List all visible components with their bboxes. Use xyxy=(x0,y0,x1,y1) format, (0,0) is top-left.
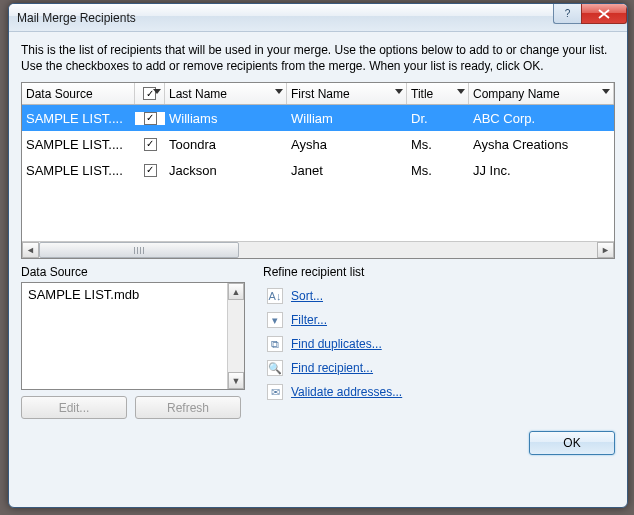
column-label: Last Name xyxy=(169,87,227,101)
filter-link-row: ▾ Filter... xyxy=(267,308,615,332)
cell-company: ABC Corp. xyxy=(469,111,614,126)
vertical-scrollbar[interactable]: ▲ ▼ xyxy=(227,283,244,389)
cell-checkbox: ✓ xyxy=(135,164,165,177)
refine-label: Refine recipient list xyxy=(263,265,615,279)
column-header-title[interactable]: Title xyxy=(407,83,469,104)
duplicates-icon: ⧉ xyxy=(267,336,283,352)
data-source-buttons: Edit... Refresh xyxy=(21,396,245,419)
column-header-company[interactable]: Company Name xyxy=(469,83,614,104)
row-checkbox[interactable]: ✓ xyxy=(144,112,157,125)
cell-first-name: William xyxy=(287,111,407,126)
scroll-down-arrow[interactable]: ▼ xyxy=(228,372,244,389)
cell-checkbox: ✓ xyxy=(135,112,165,125)
table-row[interactable]: SAMPLE LIST.... ✓ Jackson Janet Ms. JJ I… xyxy=(22,157,614,183)
validate-link[interactable]: Validate addresses... xyxy=(291,385,402,399)
cell-first-name: Janet xyxy=(287,163,407,178)
data-source-panel: Data Source SAMPLE LIST.mdb ▲ ▼ Edit... … xyxy=(21,265,245,419)
row-checkbox[interactable]: ✓ xyxy=(144,138,157,151)
lower-panels: Data Source SAMPLE LIST.mdb ▲ ▼ Edit... … xyxy=(21,265,615,419)
cell-title: Ms. xyxy=(407,163,469,178)
chevron-down-icon xyxy=(602,89,610,94)
chevron-down-icon xyxy=(395,89,403,94)
cell-last-name: Williams xyxy=(165,111,287,126)
cell-data-source: SAMPLE LIST.... xyxy=(22,137,135,152)
find-duplicates-link[interactable]: Find duplicates... xyxy=(291,337,382,351)
scroll-track[interactable] xyxy=(39,242,597,258)
validate-icon: ✉ xyxy=(267,384,283,400)
instructions-text: This is the list of recipients that will… xyxy=(21,42,615,74)
data-source-item[interactable]: SAMPLE LIST.mdb xyxy=(28,287,238,302)
data-source-label: Data Source xyxy=(21,265,245,279)
cell-company: JJ Inc. xyxy=(469,163,614,178)
table-row[interactable]: SAMPLE LIST.... ✓ Williams William Dr. A… xyxy=(22,105,614,131)
find-recipient-link[interactable]: Find recipient... xyxy=(291,361,373,375)
help-button[interactable]: ? xyxy=(553,4,581,24)
close-icon xyxy=(598,9,610,19)
edit-button[interactable]: Edit... xyxy=(21,396,127,419)
column-label: Company Name xyxy=(473,87,560,101)
sort-link[interactable]: Sort... xyxy=(291,289,323,303)
row-checkbox[interactable]: ✓ xyxy=(144,164,157,177)
column-label: Data Source xyxy=(26,87,93,101)
recipients-table: Data Source ✓ Last Name First Name Title xyxy=(21,82,615,259)
cell-checkbox: ✓ xyxy=(135,138,165,151)
scroll-up-arrow[interactable]: ▲ xyxy=(228,283,244,300)
help-icon: ? xyxy=(565,8,571,19)
chevron-down-icon xyxy=(457,89,465,94)
find-icon: 🔍 xyxy=(267,360,283,376)
table-row[interactable]: SAMPLE LIST.... ✓ Toondra Aysha Ms. Aysh… xyxy=(22,131,614,157)
chevron-down-icon xyxy=(275,89,283,94)
refine-links: A↓ Sort... ▾ Filter... ⧉ Find duplicates… xyxy=(263,282,615,404)
scroll-left-arrow[interactable]: ◄ xyxy=(22,242,39,258)
validate-link-row: ✉ Validate addresses... xyxy=(267,380,615,404)
dialog-window: Mail Merge Recipients ? This is the list… xyxy=(8,3,628,508)
scroll-right-arrow[interactable]: ► xyxy=(597,242,614,258)
data-source-list[interactable]: SAMPLE LIST.mdb ▲ ▼ xyxy=(21,282,245,390)
chevron-down-icon xyxy=(153,89,161,94)
filter-icon: ▾ xyxy=(267,312,283,328)
cell-company: Aysha Creations xyxy=(469,137,614,152)
column-header-data-source[interactable]: Data Source xyxy=(22,83,135,104)
horizontal-scrollbar[interactable]: ◄ ► xyxy=(22,241,614,258)
cell-data-source: SAMPLE LIST.... xyxy=(22,163,135,178)
cell-last-name: Toondra xyxy=(165,137,287,152)
column-label: First Name xyxy=(291,87,350,101)
column-header-first-name[interactable]: First Name xyxy=(287,83,407,104)
grip-icon xyxy=(134,247,144,254)
cell-last-name: Jackson xyxy=(165,163,287,178)
column-header-checkbox[interactable]: ✓ xyxy=(135,83,165,104)
close-button[interactable] xyxy=(581,4,627,24)
cell-title: Dr. xyxy=(407,111,469,126)
cell-first-name: Aysha xyxy=(287,137,407,152)
window-title: Mail Merge Recipients xyxy=(17,11,136,25)
cell-data-source: SAMPLE LIST.... xyxy=(22,111,135,126)
titlebar[interactable]: Mail Merge Recipients ? xyxy=(9,4,627,32)
cell-title: Ms. xyxy=(407,137,469,152)
sort-link-row: A↓ Sort... xyxy=(267,284,615,308)
ok-row: OK xyxy=(21,431,615,455)
find-recipient-link-row: 🔍 Find recipient... xyxy=(267,356,615,380)
window-buttons: ? xyxy=(553,4,627,24)
scroll-thumb[interactable] xyxy=(39,242,239,258)
refine-panel: Refine recipient list A↓ Sort... ▾ Filte… xyxy=(263,265,615,419)
refresh-button[interactable]: Refresh xyxy=(135,396,241,419)
column-header-last-name[interactable]: Last Name xyxy=(165,83,287,104)
find-duplicates-link-row: ⧉ Find duplicates... xyxy=(267,332,615,356)
sort-icon: A↓ xyxy=(267,288,283,304)
ok-button[interactable]: OK xyxy=(529,431,615,455)
column-label: Title xyxy=(411,87,433,101)
filter-link[interactable]: Filter... xyxy=(291,313,327,327)
dialog-body: This is the list of recipients that will… xyxy=(9,32,627,467)
table-header: Data Source ✓ Last Name First Name Title xyxy=(22,83,614,105)
